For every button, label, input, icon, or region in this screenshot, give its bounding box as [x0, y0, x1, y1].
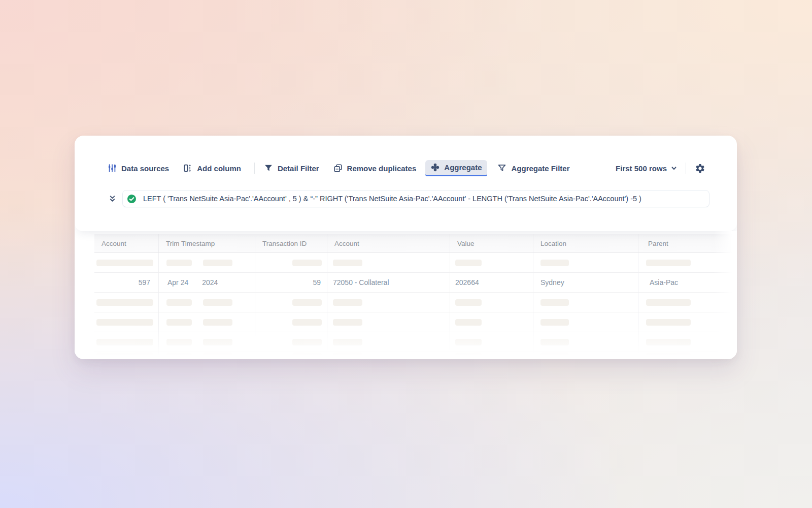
skeleton-bar [455, 260, 482, 266]
formula-input[interactable]: LEFT ( 'Trans NetSuite Asia-Pac'.'AAccou… [122, 190, 709, 207]
cell-trim-date: Apr 24 [167, 278, 188, 287]
column-header-account[interactable]: Account [94, 234, 159, 252]
toolbar-divider [686, 163, 686, 174]
toolbar-item-data-sources[interactable]: Data sources [107, 161, 170, 176]
table-row-data[interactable]: 597 Apr 24 2024 59 72050 - Collateral 20… [94, 273, 737, 293]
skeleton-bar [646, 260, 691, 266]
skeleton-bar [166, 353, 192, 359]
column-header-trim-timestamp[interactable]: Trim Timestamp [159, 234, 255, 252]
skeleton-bar [292, 299, 322, 306]
table-row-skeleton [94, 253, 737, 273]
toolbar-item-label: Remove duplicates [347, 164, 417, 173]
skeleton-bar [292, 353, 322, 359]
skeleton-bar [333, 353, 362, 359]
skeleton-bar [166, 260, 192, 266]
skeleton-bar [203, 299, 232, 306]
skeleton-bar [540, 319, 569, 326]
column-header-parent[interactable]: Parent [638, 234, 737, 252]
skeleton-bar [292, 319, 322, 326]
check-circle-icon [127, 194, 137, 204]
gear-icon [695, 163, 705, 174]
skeleton-bar [333, 260, 362, 266]
card-header: Data sources Add column [75, 136, 737, 231]
cell-location[interactable]: Sydney [533, 273, 638, 292]
skeleton-bar [203, 353, 232, 359]
column-header-transaction-id[interactable]: Transaction ID [255, 234, 327, 252]
double-chevron-down-icon [109, 195, 116, 203]
cell-trim-year: 2024 [202, 278, 218, 287]
chevron-down-icon [670, 165, 678, 172]
formula-bar: LEFT ( 'Trans NetSuite Asia-Pac'.'AAccou… [75, 190, 737, 207]
row-limit-label: First 500 rows [616, 164, 667, 173]
table-row-skeleton [94, 312, 737, 332]
row-limit-dropdown[interactable]: First 500 rows [616, 164, 678, 173]
skeleton-bar [292, 260, 322, 266]
skeleton-bar [646, 339, 691, 345]
toolbar-item-label: Aggregate [444, 163, 482, 172]
table-row-skeleton [94, 332, 737, 352]
toolbar-divider [254, 163, 255, 174]
skeleton-bar [96, 260, 153, 266]
column-header-value[interactable]: Value [450, 234, 533, 252]
column-header-account-2[interactable]: Account [327, 234, 450, 252]
skeleton-bar [292, 339, 322, 345]
skeleton-bar [166, 339, 192, 345]
skeleton-bar [96, 339, 153, 345]
cell-account-num[interactable]: 597 [94, 273, 159, 292]
table-row-skeleton [94, 293, 737, 312]
skeleton-bar [455, 299, 482, 306]
skeleton-bar [646, 319, 691, 326]
collapse-formula-button[interactable] [107, 193, 118, 205]
data-sources-icon [108, 164, 117, 173]
cell-account-name[interactable]: 72050 - Collateral [327, 273, 450, 292]
skeleton-bar [333, 339, 362, 345]
skeleton-bar [646, 299, 691, 306]
skeleton-bar [203, 260, 232, 266]
data-prep-card: Data sources Add column [75, 136, 737, 359]
add-column-icon [183, 164, 192, 173]
skeleton-bar [646, 353, 691, 359]
formula-text: LEFT ( 'Trans NetSuite Asia-Pac'.'AAccou… [143, 195, 641, 203]
skeleton-bar [540, 353, 569, 359]
toolbar-item-add-column[interactable]: Add column [182, 161, 242, 176]
toolbar-item-detail-filter[interactable]: Detail Filter [263, 161, 320, 176]
column-header-location[interactable]: Location [533, 234, 638, 252]
skeleton-bar [455, 319, 482, 326]
skeleton-bar [540, 339, 569, 345]
preview-table: Account Trim Timestamp Transaction ID Ac… [94, 234, 737, 359]
table-header-row: Account Trim Timestamp Transaction ID Ac… [94, 234, 737, 253]
skeleton-bar [96, 353, 153, 359]
toolbar-item-remove-duplicates[interactable]: Remove duplicates [332, 161, 418, 176]
settings-button[interactable] [694, 162, 706, 175]
toolbar-item-label: Detail Filter [278, 164, 319, 173]
cell-value[interactable]: 202664 [450, 273, 533, 292]
skeleton-bar [333, 319, 362, 326]
toolbar-item-label: Data sources [121, 164, 169, 173]
skeleton-bar [333, 299, 362, 306]
skeleton-bar [166, 319, 192, 326]
toolbar-item-aggregate[interactable]: Aggregate [425, 160, 487, 176]
skeleton-bar [96, 319, 153, 326]
skeleton-bar [455, 339, 482, 345]
toolbar: Data sources Add column [75, 136, 737, 184]
skeleton-bar [540, 299, 569, 306]
skeleton-bar [96, 299, 153, 306]
toolbar-item-label: Aggregate Filter [511, 164, 569, 173]
table-row-skeleton-partial [94, 352, 737, 359]
skeleton-bar [540, 260, 569, 266]
cell-trim-timestamp[interactable]: Apr 24 2024 [159, 273, 255, 292]
preview-table-section: Account Trim Timestamp Transaction ID Ac… [75, 231, 737, 359]
detail-filter-icon [264, 164, 273, 173]
skeleton-bar [166, 299, 192, 306]
toolbar-item-label: Add column [197, 164, 241, 173]
cell-transaction-id[interactable]: 59 [255, 273, 327, 292]
skeleton-bar [203, 339, 232, 345]
aggregate-filter-icon [497, 164, 506, 173]
skeleton-bar [455, 353, 482, 359]
aggregate-icon [431, 163, 439, 172]
cell-parent[interactable]: Asia-Pac [638, 273, 737, 292]
remove-duplicates-icon [333, 164, 343, 173]
skeleton-bar [203, 319, 232, 326]
toolbar-item-aggregate-filter[interactable]: Aggregate Filter [496, 161, 570, 176]
